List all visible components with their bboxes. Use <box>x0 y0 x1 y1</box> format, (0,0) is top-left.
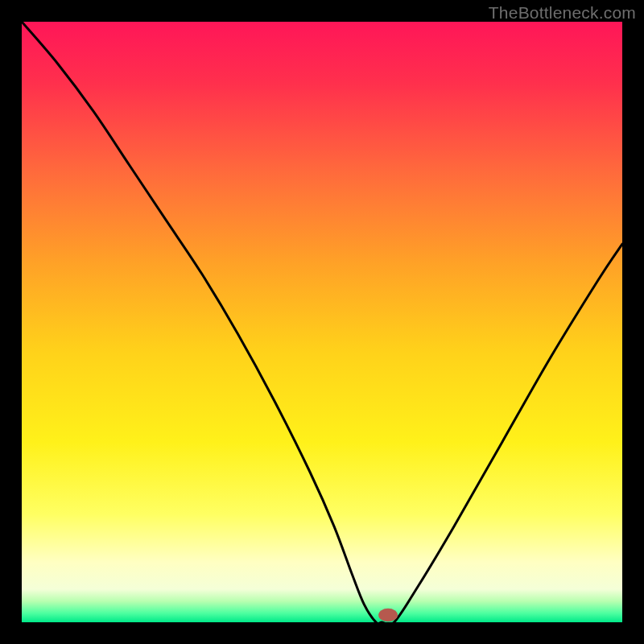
attribution-label: TheBottleneck.com <box>489 3 636 23</box>
chart-frame: TheBottleneck.com <box>0 0 644 644</box>
bottleneck-chart <box>22 22 622 622</box>
minimum-marker <box>378 609 398 621</box>
gradient-background <box>22 22 622 622</box>
plot-area <box>22 22 622 622</box>
